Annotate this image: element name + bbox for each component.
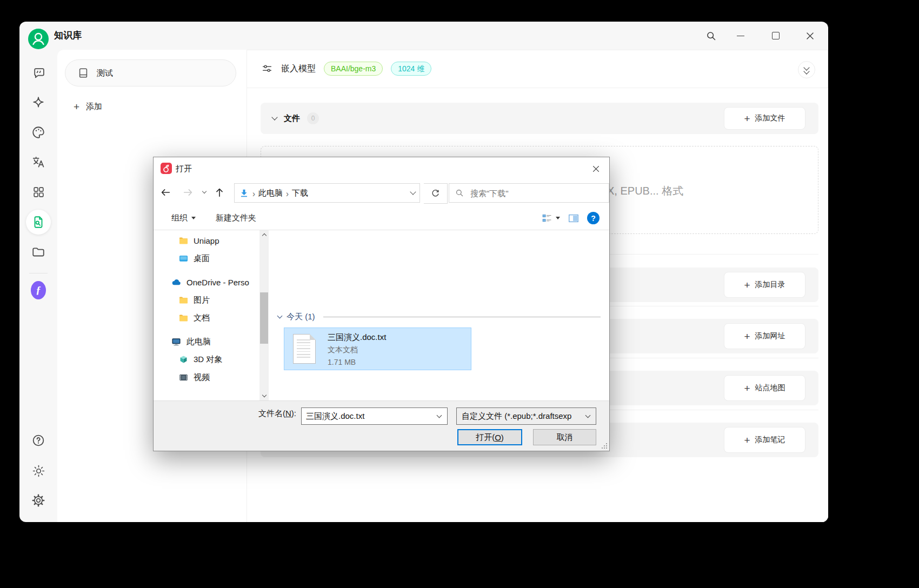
preview-pane-button[interactable] — [568, 212, 580, 224]
files-count-badge: 0 — [307, 112, 319, 124]
sidebar-item-minapp[interactable]: ƒ — [31, 281, 46, 299]
triangle-down-icon — [191, 217, 196, 219]
file-size: 1.71 MB — [328, 358, 356, 366]
organize-menu-button[interactable]: 组织 — [171, 213, 196, 223]
sidebar-item-theme[interactable] — [31, 463, 46, 478]
view-mode-button[interactable] — [542, 213, 560, 224]
minapp-icon: ƒ — [31, 281, 46, 299]
knowledge-base-icon — [31, 215, 45, 229]
filename-label: 文件名(N): — [154, 409, 296, 419]
add-file-button[interactable]: + 添加文件 — [724, 107, 805, 130]
minimize-button[interactable] — [733, 28, 748, 43]
add-file-label: 添加文件 — [755, 113, 785, 123]
tree-item-desktop[interactable]: 桌面 — [154, 250, 259, 268]
arrow-right-icon — [182, 186, 194, 198]
add-notes-button[interactable]: + 添加笔记 — [724, 427, 805, 453]
sidebar-item-knowledge-active[interactable] — [26, 210, 51, 235]
dimension-badge: 1024 维 — [391, 62, 431, 76]
drop-hint-text: X, EPUB... 格式 — [607, 184, 683, 198]
help-icon — [31, 433, 45, 447]
sidebar-item-translate[interactable] — [31, 155, 46, 170]
chevron-down-icon — [271, 114, 277, 120]
folder-tree: Uniapp 桌面 OneDrive - Perso — [154, 232, 259, 386]
tree-item-this-pc[interactable]: 此电脑 — [154, 333, 259, 351]
filename-input[interactable] — [302, 412, 437, 421]
tree-item-pictures[interactable]: 图片 — [154, 291, 259, 309]
sidebar-item-help[interactable] — [31, 433, 46, 448]
plus-icon: + — [74, 102, 79, 112]
add-directory-label: 添加目录 — [755, 280, 785, 290]
close-window-button[interactable] — [802, 28, 817, 43]
maximize-button[interactable] — [768, 28, 783, 43]
add-knowledge-button[interactable]: + 添加 — [74, 98, 102, 115]
add-knowledge-label: 添加 — [86, 102, 102, 112]
open-file-dialog: 打开 — [153, 157, 610, 451]
sidebar-item-agents[interactable] — [31, 95, 46, 110]
filetype-combobox[interactable]: 自定义文件 (*.epub;*.draftsexp — [456, 407, 596, 425]
dialog-title: 打开 — [176, 157, 192, 180]
toolbar-right-group: ? — [542, 212, 600, 224]
tree-item-uniapp[interactable]: Uniapp — [154, 232, 259, 250]
dialog-address-bar: › 此电脑 › 下载 — [154, 180, 609, 207]
tree-item-documents[interactable]: 文档 — [154, 309, 259, 327]
breadcrumb-this-pc[interactable]: 此电脑 — [258, 188, 283, 198]
chevron-down-icon[interactable] — [410, 189, 416, 195]
folder-icon — [178, 236, 189, 246]
dialog-close-button[interactable] — [588, 161, 604, 176]
file-item-selected[interactable]: 三国演义.doc.txt 文本文档 1.71 MB — [284, 328, 471, 370]
knowledge-item-label: 测试 — [97, 68, 113, 78]
palette-icon — [31, 125, 45, 139]
knowledge-item-test[interactable]: 测试 — [65, 59, 236, 86]
cancel-button[interactable]: 取消 — [533, 429, 596, 445]
sitemap-button[interactable]: + 站点地图 — [724, 375, 805, 401]
date-group-header[interactable]: 今天 (1) — [278, 310, 601, 323]
back-button[interactable] — [159, 186, 172, 199]
files-section-header[interactable]: 文件 0 + 添加文件 — [261, 103, 818, 134]
refresh-icon — [430, 189, 441, 199]
sidebar-item-paintings[interactable] — [31, 125, 46, 140]
chevron-down-icon — [437, 412, 442, 418]
sidebar-item-chat[interactable] — [31, 65, 46, 81]
app-logo-avatar[interactable] — [28, 29, 49, 49]
chevron-down-icon — [202, 189, 207, 193]
add-directory-button[interactable]: + 添加目录 — [724, 272, 805, 298]
filename-combobox[interactable] — [301, 407, 448, 425]
tree-item-3d-objects[interactable]: 3D 对象 — [154, 351, 259, 369]
dialog-footer: 文件名(N): 自定义文件 (*.epub;*.draftsexp 打开(O) … — [154, 400, 609, 451]
dialog-help-button[interactable]: ? — [587, 212, 600, 224]
refresh-button[interactable] — [424, 183, 448, 204]
sun-icon — [32, 464, 45, 478]
tree-item-onedrive[interactable]: OneDrive - Perso — [154, 273, 259, 291]
open-button[interactable]: 打开(O) — [457, 429, 522, 445]
new-folder-button[interactable]: 新建文件夹 — [216, 213, 256, 223]
recent-locations-button[interactable] — [200, 186, 209, 199]
file-name: 三国演义.doc.txt — [328, 332, 386, 343]
gear-icon — [31, 493, 45, 507]
titlebar-search-button[interactable] — [703, 28, 718, 43]
sidebar-item-settings[interactable] — [31, 493, 46, 508]
scrollbar-thumb[interactable] — [260, 292, 268, 344]
sidebar-item-apps[interactable] — [31, 184, 46, 199]
search-input[interactable] — [469, 188, 603, 198]
scroll-up-button[interactable] — [259, 230, 269, 239]
add-url-button[interactable]: + 添加网址 — [724, 323, 805, 349]
tree-scrollbar[interactable] — [259, 230, 269, 400]
chat-icon — [32, 66, 45, 80]
tree-item-videos[interactable]: 视频 — [154, 369, 259, 386]
dialog-body: Uniapp 桌面 OneDrive - Perso — [154, 230, 609, 400]
view-list-icon — [542, 213, 552, 224]
up-button[interactable] — [213, 186, 226, 199]
scroll-down-button[interactable] — [259, 391, 269, 400]
sidebar-item-files[interactable] — [31, 245, 46, 260]
breadcrumb[interactable]: › 此电脑 › 下载 — [234, 183, 420, 203]
forward-button[interactable] — [182, 186, 195, 199]
breadcrumb-downloads[interactable]: 下载 — [292, 188, 308, 198]
dialog-search-box[interactable] — [449, 183, 609, 203]
cube-icon — [178, 355, 189, 365]
chevron-up-icon — [262, 233, 266, 238]
breadcrumb-separator: › — [252, 188, 255, 198]
knowledge-header: 嵌入模型 BAAI/bge-m3 1024 维 — [247, 50, 828, 88]
collapse-all-button[interactable] — [798, 61, 815, 78]
folder-icon — [178, 313, 189, 323]
resize-grip[interactable] — [601, 443, 608, 449]
